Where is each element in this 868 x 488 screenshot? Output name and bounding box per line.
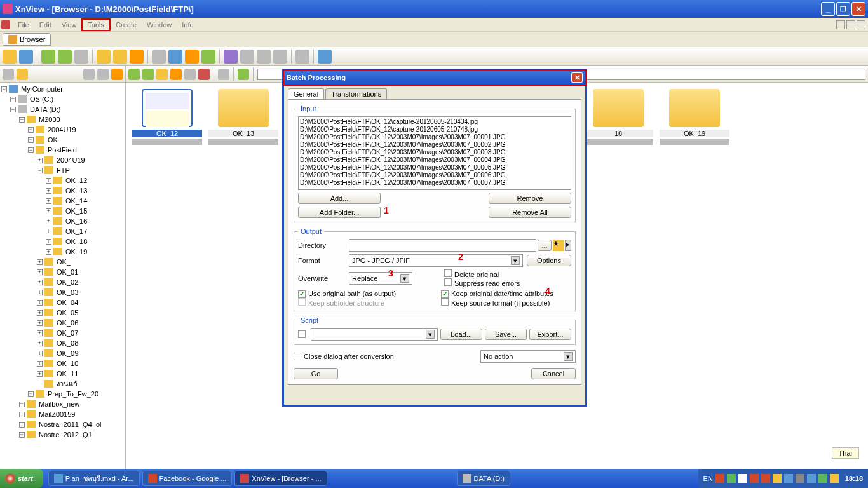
tb-copy-icon[interactable] xyxy=(74,50,88,64)
tb-convert-icon[interactable] xyxy=(201,50,215,64)
tb-binoculars-icon[interactable] xyxy=(130,50,144,64)
tree-oku[interactable]: OK_ xyxy=(55,258,72,266)
menu-tools[interactable]: Tools xyxy=(81,18,111,31)
tb-scan-icon[interactable] xyxy=(168,50,182,64)
tree-tb-icon4[interactable] xyxy=(97,69,109,80)
tb-edit-icon[interactable] xyxy=(184,69,196,80)
list-item[interactable]: D:\M2000\PostField\FTP\OK_12\2003M07\Ima… xyxy=(300,133,569,141)
tree-ok19[interactable]: OK_19 xyxy=(64,248,88,255)
tb-folder-icon[interactable] xyxy=(97,50,111,64)
tree-ok06[interactable]: OK_06 xyxy=(55,319,79,327)
tb-fit-icon[interactable] xyxy=(19,50,33,64)
tree-m2000[interactable]: M2000 xyxy=(37,116,62,123)
task-data[interactable]: DATA (D:) xyxy=(457,471,510,486)
restore-button[interactable]: ❐ xyxy=(836,2,850,16)
cancel-button[interactable]: Cancel xyxy=(531,368,576,379)
delete-original-check[interactable]: Delete original xyxy=(444,269,520,278)
noaction-select[interactable]: No action▾ xyxy=(480,350,576,363)
thumb-ok19[interactable]: OK_19 xyxy=(660,89,729,145)
tree-ok15[interactable]: OK_15 xyxy=(64,207,88,215)
go-button[interactable]: Go xyxy=(294,368,338,379)
tray-avira-icon[interactable] xyxy=(761,474,770,483)
load-button[interactable]: Load... xyxy=(440,329,482,340)
browse-button[interactable]: ... xyxy=(538,240,552,251)
menu-window[interactable]: Window xyxy=(142,20,177,30)
list-item[interactable]: D:\M2000\PostField\FTP\OK_12\capture-201… xyxy=(300,118,569,126)
tb-detail-icon[interactable] xyxy=(257,50,271,64)
tree-ok14[interactable]: OK_14 xyxy=(64,197,88,205)
tb-view-icon[interactable] xyxy=(218,69,229,80)
tab-transformations[interactable]: Transformations xyxy=(325,88,387,99)
start-button[interactable]: start xyxy=(0,469,43,488)
dialog-titlebar[interactable]: Batch Processing ✕ xyxy=(284,71,585,85)
tree-ngan[interactable]: งานแก้ xyxy=(55,378,79,390)
tb-print-icon[interactable] xyxy=(152,50,166,64)
keep-format-check[interactable]: Keep source format (if possible) xyxy=(441,298,553,307)
input-files-list[interactable]: D:\M2000\PostField\FTP\OK_12\capture-201… xyxy=(298,116,571,190)
script-checkbox[interactable] xyxy=(298,330,306,338)
minimize-button[interactable]: _ xyxy=(821,2,835,16)
script-select[interactable]: ▾ xyxy=(311,328,438,341)
options-button[interactable]: Options xyxy=(527,255,571,266)
list-item[interactable]: D:\M2000\PostField\FTP\OK_12\2003M07\Ima… xyxy=(300,141,569,149)
browser-tab[interactable]: Browser xyxy=(3,33,51,46)
format-select[interactable]: JPG - JPEG / JFIF▾ xyxy=(349,254,523,267)
tree-ok08[interactable]: OK_08 xyxy=(55,339,79,347)
close-dialog-check[interactable] xyxy=(294,353,301,360)
tree-ok[interactable]: OK xyxy=(46,136,59,144)
tb-new-icon[interactable] xyxy=(170,69,182,80)
tree-ok09[interactable]: OK_09 xyxy=(55,349,79,357)
tree-postfield[interactable]: PostField xyxy=(46,146,78,154)
tb-refresh-icon[interactable] xyxy=(41,50,55,64)
tray-network-icon[interactable] xyxy=(807,474,816,483)
tray-shield-icon[interactable] xyxy=(750,474,759,483)
tree-pf-2004u19[interactable]: 2004U19 xyxy=(55,156,86,164)
tree-nostre[interactable]: Nostre_2012_Q1 xyxy=(37,431,93,438)
tree-ok11[interactable]: OK_11 xyxy=(55,370,79,377)
list-item[interactable]: D:\M2000\PostField\FTP\OK_12\2003M07\Ima… xyxy=(300,164,569,172)
tree-fav-icon[interactable] xyxy=(111,69,123,80)
overwrite-select[interactable]: Replace▾ xyxy=(349,272,412,285)
tree-ok04[interactable]: OK_04 xyxy=(55,299,79,306)
tree-tb-icon3[interactable] xyxy=(83,69,95,80)
tab-general[interactable]: General xyxy=(288,88,324,99)
thumb-ok12[interactable]: OK_12 xyxy=(132,89,202,145)
tb-cycle-icon[interactable] xyxy=(58,50,72,64)
dialog-close-icon[interactable]: ✕ xyxy=(571,72,583,83)
tb-up-icon[interactable] xyxy=(156,69,168,80)
keep-date-check[interactable]: ✓Keep original date/time attributes xyxy=(441,290,553,298)
add-button[interactable]: Add... xyxy=(298,193,381,204)
tb-capture-icon[interactable] xyxy=(185,50,199,64)
menu-file[interactable]: File xyxy=(13,20,34,30)
tree-ok13[interactable]: OK_13 xyxy=(64,187,88,194)
tb-back-icon[interactable] xyxy=(128,69,140,80)
task-facebook[interactable]: Facebook - Google ... xyxy=(142,471,233,486)
tree-nostra[interactable]: Nostra_2011_Q4_ol xyxy=(37,421,102,428)
language-indicator[interactable]: Thai xyxy=(832,447,859,459)
tree-tb-icon[interactable] xyxy=(3,69,14,80)
tree-ftp[interactable]: FTP xyxy=(55,166,71,174)
tray-icon[interactable] xyxy=(738,474,747,483)
tray-bluetooth-icon[interactable] xyxy=(784,474,793,483)
tree-ok12[interactable]: OK_12 xyxy=(64,177,88,184)
menu-edit[interactable]: Edit xyxy=(34,20,57,30)
mdi-min-icon[interactable] xyxy=(836,20,845,29)
remove-button[interactable]: Remove xyxy=(489,193,571,204)
mdi-close-icon[interactable] xyxy=(857,20,865,29)
tree-ok17[interactable]: OK_17 xyxy=(64,227,88,235)
tree-2004u19[interactable]: 2004U19 xyxy=(46,126,78,133)
folder-tree[interactable]: −My Computer +OS (C:) −DATA (D:) −M2000 … xyxy=(0,83,125,477)
list-item[interactable]: D:\M2000\PostField\FTP\OK_12\2003M07\Ima… xyxy=(300,149,569,156)
thumb-ok13[interactable]: OK_13 xyxy=(208,89,278,145)
tree-ok05[interactable]: OK_05 xyxy=(55,309,79,316)
save-button[interactable]: Save... xyxy=(485,329,527,340)
list-item[interactable]: D:\M2000\PostField\FTP\OK_12\2003M07\Ima… xyxy=(300,156,569,164)
list-item[interactable]: D:\M2000\PostField\FTP\OK_12\2003M07\Ima… xyxy=(300,172,569,179)
tb-grid-icon[interactable] xyxy=(273,50,287,64)
tray-volume-icon[interactable] xyxy=(796,474,804,483)
tb-open-icon[interactable] xyxy=(3,50,17,64)
tray-icon[interactable] xyxy=(830,474,839,483)
tree-mbox[interactable]: Mailbox_new xyxy=(37,400,81,408)
tree-mailz[interactable]: MailZ00159 xyxy=(37,410,76,418)
remove-all-button[interactable]: Remove All xyxy=(489,207,571,218)
